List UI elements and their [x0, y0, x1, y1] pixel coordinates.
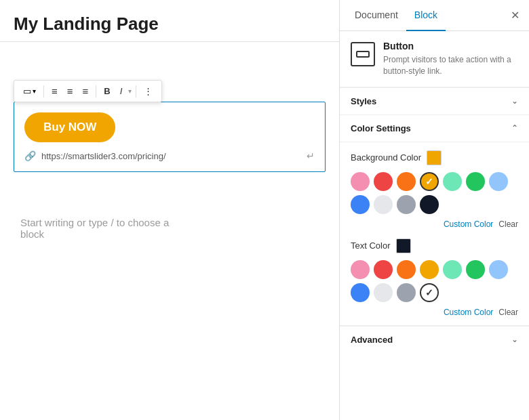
bg-swatch-pink[interactable] — [351, 172, 370, 191]
bg-swatch-yellow-check: ✓ — [425, 176, 433, 187]
color-settings-header[interactable]: Color Settings ⌃ — [340, 114, 529, 142]
bg-swatch-black[interactable] — [420, 195, 439, 214]
background-color-label: Background Color — [351, 152, 421, 163]
background-color-row: Background Color — [351, 150, 518, 165]
bold-button[interactable]: B — [100, 84, 113, 98]
text-clear-button[interactable]: Clear — [498, 308, 518, 317]
styles-section-header[interactable]: Styles ⌄ — [340, 87, 529, 114]
text-swatch-black-check: ✓ — [425, 287, 433, 298]
bg-swatch-mint[interactable] — [443, 172, 462, 191]
editor-placeholder[interactable]: Start writing or type / to choose a bloc… — [20, 217, 169, 240]
sidebar-tabs: Document Block ✕ — [340, 0, 529, 31]
text-swatch-yellow[interactable] — [420, 260, 439, 279]
close-button[interactable]: ✕ — [508, 6, 522, 24]
block-type-title: Button — [383, 41, 518, 51]
block-type-description: Prompt visitors to take action with a bu… — [383, 54, 518, 77]
advanced-chevron-icon: ⌄ — [511, 335, 518, 344]
text-swatch-lightblue[interactable] — [489, 260, 508, 279]
bg-custom-color-button[interactable]: Custom Color — [444, 219, 493, 229]
text-color-row: Text Color — [351, 238, 518, 253]
text-color-swatches: ✓ — [351, 260, 518, 302]
align-center-button[interactable]: ≡ — [64, 83, 77, 99]
link-row: 🔗 https://smartslider3.com/pricing/ ↵ — [24, 150, 315, 161]
align-left-button[interactable]: ≡ — [48, 83, 61, 99]
return-icon: ↵ — [307, 150, 315, 161]
toolbar-divider-1 — [43, 85, 44, 98]
text-color-label: Text Color — [351, 240, 391, 251]
color-settings-chevron-icon: ⌃ — [511, 123, 518, 133]
bg-swatch-orange[interactable] — [397, 172, 416, 191]
color-section-spacer — [351, 229, 518, 238]
tab-block[interactable]: Block — [406, 0, 446, 31]
color-settings-label: Color Settings — [351, 123, 411, 133]
text-swatch-pink[interactable] — [351, 260, 370, 279]
advanced-section: Advanced ⌄ — [340, 325, 529, 353]
text-custom-color-button[interactable]: Custom Color — [444, 308, 493, 317]
block-info: Button Prompt visitors to take action wi… — [340, 31, 529, 87]
bg-swatch-green[interactable] — [466, 172, 485, 191]
toolbar-divider-2 — [96, 85, 96, 98]
text-color-current-swatch[interactable] — [396, 238, 411, 253]
background-color-actions: Custom Color Clear — [351, 219, 518, 229]
styles-label: Styles — [351, 96, 376, 106]
block-icon — [351, 42, 375, 66]
editor-area: My Landing Page ▭ ▾ ≡ ≡ ≡ B I ▾ ⋮ Buy NO… — [0, 0, 339, 420]
background-color-swatches: ✓ — [351, 172, 518, 214]
text-swatch-lightgray[interactable] — [374, 283, 393, 302]
color-settings-body: Background Color ✓ Custom Color Clear — [340, 142, 529, 325]
bg-clear-button[interactable]: Clear — [498, 219, 518, 229]
italic-button[interactable]: I — [117, 84, 126, 98]
bg-swatch-yellow[interactable]: ✓ — [420, 172, 439, 191]
text-swatch-green[interactable] — [466, 260, 485, 279]
advanced-label: Advanced — [351, 335, 393, 345]
background-color-current-swatch[interactable] — [427, 150, 442, 165]
styles-chevron-icon: ⌄ — [511, 96, 518, 106]
link-url: https://smartslider3.com/pricing/ — [41, 151, 166, 161]
button-icon-shape — [356, 51, 370, 58]
advanced-section-header[interactable]: Advanced ⌄ — [340, 326, 529, 353]
text-swatch-gray[interactable] — [397, 283, 416, 302]
sidebar: Document Block ✕ Button Prompt visitors … — [339, 0, 529, 420]
buy-now-button[interactable]: Buy NOW — [24, 112, 115, 142]
block-type-arrow: ▾ — [33, 87, 36, 95]
block-type-icon: ▭ — [23, 86, 31, 96]
text-swatch-black[interactable]: ✓ — [420, 283, 439, 302]
bg-swatch-red[interactable] — [374, 172, 393, 191]
block-type-selector[interactable]: ▭ ▾ — [20, 84, 39, 98]
text-swatch-blue[interactable] — [351, 283, 370, 302]
bg-swatch-lightgray[interactable] — [374, 195, 393, 214]
text-swatch-mint[interactable] — [443, 260, 462, 279]
block-toolbar: ▭ ▾ ≡ ≡ ≡ B I ▾ ⋮ — [14, 80, 162, 102]
bg-swatch-gray[interactable] — [397, 195, 416, 214]
more-options-button[interactable]: ⋮ — [140, 84, 156, 98]
text-color-actions: Custom Color Clear — [351, 308, 518, 317]
bg-swatch-lightblue[interactable] — [489, 172, 508, 191]
link-icon: 🔗 — [24, 150, 36, 161]
text-swatch-orange[interactable] — [397, 260, 416, 279]
block-info-text: Button Prompt visitors to take action wi… — [383, 41, 518, 77]
format-arrow: ▾ — [128, 87, 132, 95]
align-right-button[interactable]: ≡ — [79, 83, 92, 99]
tab-document[interactable]: Document — [347, 0, 406, 31]
toolbar-divider-3 — [136, 85, 136, 98]
button-block: Buy NOW 🔗 https://smartslider3.com/prici… — [14, 102, 326, 172]
text-swatch-red[interactable] — [374, 260, 393, 279]
bg-swatch-blue[interactable] — [351, 195, 370, 214]
page-title: My Landing Page — [0, 0, 339, 42]
